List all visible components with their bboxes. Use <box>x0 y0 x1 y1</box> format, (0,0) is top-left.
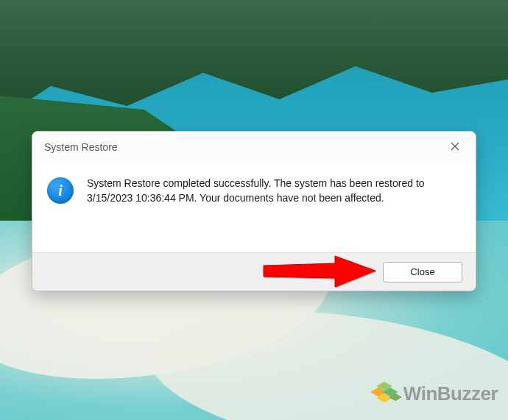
dialog-close-button[interactable] <box>440 135 470 159</box>
dialog-content: i System Restore completed successfully.… <box>32 163 476 252</box>
dialog-message: System Restore completed successfully. T… <box>87 174 458 241</box>
dialog-title: System Restore <box>44 141 118 153</box>
dialog-button-bar: Close <box>32 252 476 291</box>
close-button[interactable]: Close <box>383 262 462 282</box>
system-restore-dialog: System Restore i System Restore complete… <box>32 131 476 291</box>
watermark: WinBuzzer <box>371 380 498 407</box>
info-icon: i <box>47 177 74 204</box>
dialog-titlebar[interactable]: System Restore <box>32 132 476 163</box>
watermark-logo-icon <box>371 380 399 407</box>
watermark-text: WinBuzzer <box>403 382 498 405</box>
close-icon <box>451 140 459 154</box>
